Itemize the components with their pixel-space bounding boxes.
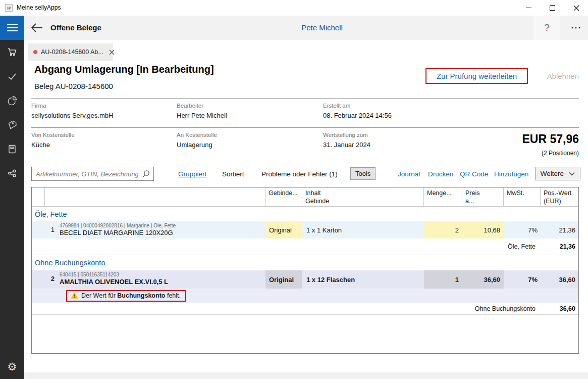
preis-cell[interactable]: 36,60 [462,270,504,289]
document-number: Beleg AU-0208-145600 [34,82,113,90]
sidebar-item-cart[interactable] [0,40,24,64]
article-name: AMALTHIA OLIVENOEL EX.VI.0,5 L [60,278,265,286]
tools-button[interactable]: Tools [350,167,376,180]
field-value-wertstellung: 31. Januar 2024 [323,141,370,149]
group-subtotal-row: Ohne Buchungskonto 36,60 [32,303,578,315]
back-button[interactable] [30,22,43,34]
sidebar-item-labels[interactable] [0,113,24,137]
col-pos-wert[interactable]: Pos.-Wert (EUR) [541,187,578,206]
document-title: Abgang Umlagerung [In Bearbeitung] [34,64,214,75]
journal-link[interactable]: Journal [398,170,420,178]
search-input[interactable] [32,167,153,180]
article-cell: 4769984 | 04000492002816 | Margarine | Ö… [56,221,265,239]
unsaved-dot-icon [33,50,37,54]
sidebar-item-settings[interactable]: ⚙ [0,355,24,379]
field-label-wertstellung: Wertstellung zum [323,132,368,138]
pos-wert-cell: 21,36 [541,221,578,239]
preis-cell[interactable]: 10,68 [462,221,504,239]
field-value-firma: sellysolutions Serv.ges.mbH [31,112,113,119]
field-label-firma: Firma [31,103,46,109]
tab-label: AU-0208-145600 Ab... [41,49,103,56]
field-label-erstellt: Erstellt am [323,103,350,109]
mwst-cell: 7% [504,270,541,289]
share-icon [6,167,18,179]
group-header: Öle, Fette [32,207,578,221]
article-meta: 640415 | 05011635114203 [60,272,265,277]
menge-cell[interactable]: 2 [424,221,462,239]
help-button[interactable]: ? [533,16,560,40]
subtotal-label: Öle, Fette [32,243,540,250]
validation-warning-row: Der Wert für Buchungskonto fehlt. [32,289,578,303]
inhalt-cell: 1 x 12 Flaschen [302,270,424,289]
menu-icon [7,24,18,25]
forward-for-review-button[interactable]: Zur Prüfung weiterleiten [425,68,528,84]
main-content: AU-0208-145600 Ab... Abgang Umlagerung [… [24,40,588,379]
article-name: BECEL DIAET MARGARINE 120X20G [60,229,265,236]
col-gebinde[interactable]: Gebinde... [265,187,302,206]
sidebar-item-share[interactable] [0,161,24,185]
subtotal-value: 36,60 [540,305,578,312]
sidebar-item-reports[interactable] [0,88,24,113]
user-name[interactable]: Pete Michell [256,16,388,40]
close-icon [109,50,115,55]
row-index: 2 [32,270,56,289]
reject-button[interactable]: Ablehnen [544,68,579,84]
sidebar-nav: ⚙ [0,40,24,379]
menge-cell[interactable]: 1 [424,270,462,289]
tag-icon [6,119,18,131]
page-title: Offene Belege [50,16,101,40]
qr-code-link[interactable]: QR Code [460,170,488,178]
close-window-button[interactable] [564,0,588,16]
ellipsis-icon [571,26,580,29]
close-icon [573,5,579,11]
app-window: w Meine sellyApps Offene Belege Pete Mic… [0,0,588,379]
more-dropdown-label: Weitere [541,170,564,177]
gebinde-cell[interactable]: Original [265,270,302,289]
col-select[interactable] [32,187,45,206]
total-amount: EUR 57,96 [522,132,579,146]
table-row[interactable]: 1 4769984 | 04000492002816 | Margarine |… [32,221,578,239]
header-more-button[interactable] [564,16,588,40]
document-tab[interactable]: AU-0208-145600 Ab... [28,43,113,61]
group-header: Ohne Buchungskonto [32,255,578,270]
window-title: Meine sellyApps [17,0,61,16]
field-label-an-kostenstelle: An Kostenstelle [177,132,217,138]
problems-filter[interactable]: Probleme oder Fehler (1) [261,170,338,178]
col-inhalt-gebinde[interactable]: Inhalt Gebinde [302,187,424,206]
sidebar-item-journal[interactable] [0,137,24,161]
positions-table: Gebinde... Inhalt Gebinde Menge... Preis… [31,187,579,354]
col-preis[interactable]: Preis a... [462,187,504,206]
gebinde-cell[interactable]: Original [265,221,302,239]
maximize-button[interactable] [541,0,564,16]
field-value-erstellt: 08. Februar 2024 14:56 [323,112,392,119]
group-subtotal-row: Öle, Fette 21,36 [32,239,578,255]
sorted-toggle[interactable]: Sortiert [222,170,244,178]
menu-button[interactable] [0,16,24,40]
minimize-icon [526,5,531,11]
col-article[interactable] [45,187,265,206]
table-row-selected[interactable]: 2 640415 | 05011635114203 AMALTHIA OLIVE… [32,270,578,289]
print-link[interactable]: Drucken [428,170,453,178]
sidebar-item-tasks[interactable] [0,64,24,88]
app-logo-icon: w [5,4,13,12]
article-meta: 4769984 | 04000492002816 | Margarine | Ö… [60,223,265,228]
field-value-von-kostenstelle: Küche [31,141,50,149]
gear-icon: ⚙ [8,362,17,372]
back-arrow-icon [30,22,43,34]
tab-close-button[interactable] [109,50,115,55]
grouped-toggle[interactable]: Gruppiert [178,170,206,178]
minimize-button[interactable] [517,0,541,16]
warning-icon [71,292,78,299]
row-index: 1 [32,221,56,239]
col-menge[interactable]: Menge... [424,187,462,206]
subtotal-label: Ohne Buchungskonto [32,305,540,312]
app-header: Offene Belege Pete Michell ? [24,16,588,40]
pos-wert-cell: 36,60 [541,270,578,289]
add-link[interactable]: Hinzufügen [494,170,528,178]
check-icon [6,70,18,82]
field-value-an-kostenstelle: Umlagerung [177,141,212,149]
pie-chart-icon [6,94,18,107]
validation-warning-annotation: Der Wert für Buchungskonto fehlt. [66,290,186,302]
more-dropdown[interactable]: Weitere [535,167,580,180]
col-mwst[interactable]: MwSt. [504,187,541,206]
